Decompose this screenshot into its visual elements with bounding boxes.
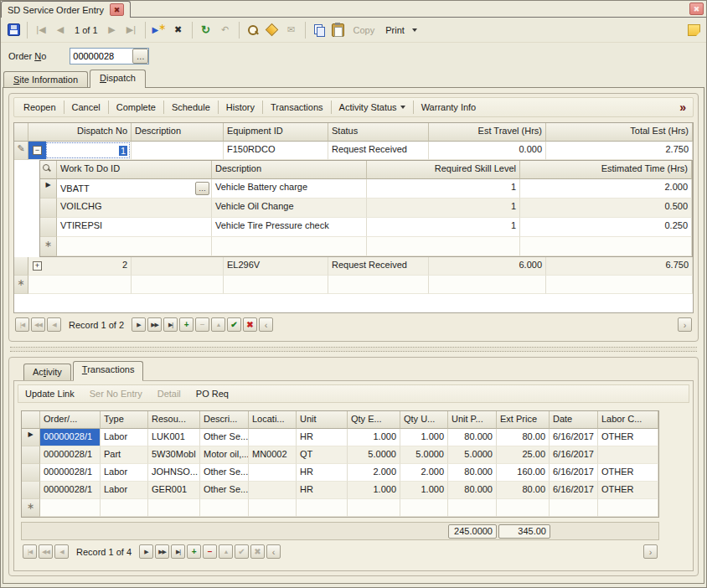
work-to-do-id-cell[interactable]: VTIREPSI bbox=[57, 218, 212, 237]
date-cell[interactable]: 6/16/2017 bbox=[550, 446, 598, 464]
empty-cell[interactable] bbox=[550, 499, 598, 517]
nav-move-up-button[interactable]: ▲ bbox=[219, 544, 233, 559]
qty-e-cell[interactable]: 2.000 bbox=[348, 464, 400, 482]
skill-cell[interactable]: 1 bbox=[367, 179, 520, 199]
qty-u-cell[interactable]: 5.0000 bbox=[400, 446, 448, 464]
nav-last-button[interactable]: ▶| bbox=[163, 317, 178, 332]
last-record-button[interactable]: ▶| bbox=[123, 22, 140, 39]
tab-site-information[interactable]: Site Information bbox=[3, 71, 88, 87]
location-cell[interactable] bbox=[249, 464, 297, 482]
nav-fast-next-button[interactable]: ▶▶ bbox=[155, 544, 169, 559]
tab-dispatch[interactable]: Dispatch bbox=[90, 70, 146, 87]
tab-activity[interactable]: Activity bbox=[23, 364, 71, 380]
notes-button[interactable] bbox=[685, 22, 702, 39]
copy-button[interactable] bbox=[311, 22, 328, 39]
collapse-icon[interactable]: − bbox=[33, 146, 42, 155]
more-actions-button[interactable]: » bbox=[679, 101, 686, 114]
order-cell[interactable]: 00000028/1 bbox=[40, 446, 101, 464]
previous-record-button[interactable]: ◀ bbox=[52, 22, 69, 39]
nav-last-button[interactable]: ▶| bbox=[171, 544, 185, 559]
document-close-icon[interactable]: ✖ bbox=[110, 3, 124, 16]
scroll-right-button[interactable]: › bbox=[643, 544, 658, 559]
col-qty-u[interactable]: Qty U... bbox=[400, 411, 448, 429]
skill-cell[interactable]: 1 bbox=[367, 199, 520, 218]
equipment-id-cell[interactable]: EL296V bbox=[224, 257, 328, 276]
nav-next-button[interactable]: ▶ bbox=[139, 544, 153, 559]
col-labor-code[interactable]: Labor C... bbox=[598, 411, 658, 429]
resource-cell[interactable]: LUK001 bbox=[148, 429, 200, 446]
qty-e-cell[interactable]: 1.000 bbox=[348, 429, 400, 446]
nav-next-button[interactable]: ▶ bbox=[132, 317, 146, 332]
new-row-icon[interactable]: ∗ bbox=[14, 276, 28, 294]
first-record-button[interactable]: |◀ bbox=[33, 22, 49, 39]
col-work-to-do-id[interactable]: Work To Do ID bbox=[57, 161, 212, 179]
empty-cell[interactable] bbox=[348, 499, 400, 517]
labor-code-cell[interactable] bbox=[598, 446, 658, 464]
empty-cell[interactable] bbox=[148, 499, 200, 517]
est-travel-cell[interactable]: 0.000 bbox=[429, 142, 546, 160]
col-est-travel[interactable]: Est Travel (Hrs) bbox=[429, 123, 546, 142]
next-record-button[interactable]: ▶ bbox=[104, 22, 121, 39]
nav-fast-prev-button[interactable]: ◀◀ bbox=[39, 544, 53, 559]
empty-cell[interactable] bbox=[520, 237, 692, 256]
empty-cell[interactable] bbox=[224, 276, 328, 294]
nav-delete-button[interactable]: − bbox=[195, 317, 209, 332]
nav-insert-button[interactable]: + bbox=[187, 544, 201, 559]
paste-button[interactable] bbox=[330, 22, 347, 39]
ext-price-cell[interactable]: 80.00 bbox=[497, 482, 550, 499]
qty-u-cell[interactable]: 1.000 bbox=[400, 482, 448, 499]
nav-cancel-button[interactable]: ✖ bbox=[250, 544, 265, 559]
empty-cell[interactable] bbox=[57, 237, 212, 256]
preview-button[interactable] bbox=[245, 22, 261, 39]
transactions-button[interactable]: Transactions bbox=[263, 100, 331, 115]
search-header-cell[interactable] bbox=[40, 161, 57, 179]
col-total-est[interactable]: Total Est (Hrs) bbox=[546, 123, 693, 142]
col-order[interactable]: Order/... bbox=[40, 411, 101, 429]
description-cell[interactable] bbox=[132, 257, 224, 276]
new-record-button[interactable] bbox=[151, 22, 168, 39]
ser-no-entry-button[interactable]: Ser No Entry bbox=[90, 389, 142, 399]
location-cell[interactable]: MN0002 bbox=[249, 446, 297, 464]
complete-button[interactable]: Complete bbox=[109, 100, 163, 115]
expand-icon[interactable]: + bbox=[33, 261, 42, 271]
work-to-do-finder-button[interactable]: … bbox=[195, 182, 209, 195]
ext-price-cell[interactable]: 25.00 bbox=[497, 446, 550, 464]
col-date[interactable]: Date bbox=[550, 411, 598, 429]
unit-cell[interactable]: HR bbox=[297, 482, 348, 499]
type-cell[interactable]: Part bbox=[101, 446, 148, 464]
col-unit-price[interactable]: Unit P... bbox=[448, 411, 497, 429]
qty-u-cell[interactable]: 2.000 bbox=[400, 464, 448, 482]
nav-prev-button[interactable]: ◀ bbox=[47, 317, 61, 332]
unit-price-cell[interactable]: 5.0000 bbox=[448, 446, 497, 464]
order-cell[interactable]: 00000028/1 bbox=[40, 429, 101, 446]
row-selector[interactable] bbox=[22, 464, 40, 482]
unit-cell[interactable]: HR bbox=[297, 464, 348, 482]
order-no-finder-button[interactable]: … bbox=[132, 49, 148, 64]
col-description[interactable]: Description bbox=[132, 123, 224, 142]
labor-code-cell[interactable]: OTHER bbox=[598, 464, 658, 482]
location-cell[interactable] bbox=[249, 482, 297, 499]
order-cell[interactable]: 00000028/1 bbox=[40, 464, 101, 482]
col-dispatch-no[interactable]: Dispatch No bbox=[28, 123, 132, 142]
empty-cell[interactable] bbox=[367, 237, 520, 256]
row-selector[interactable] bbox=[14, 257, 28, 276]
empty-cell[interactable] bbox=[297, 499, 348, 517]
date-cell[interactable]: 6/16/2017 bbox=[550, 429, 598, 446]
empty-cell[interactable] bbox=[598, 499, 658, 517]
tab-transactions[interactable]: Transactions bbox=[73, 361, 144, 380]
col-location[interactable]: Locati... bbox=[249, 411, 297, 429]
current-row-icon[interactable]: ▶ bbox=[22, 429, 40, 446]
labor-code-cell[interactable]: OTHER bbox=[598, 482, 658, 499]
nav-accept-button[interactable]: ✔ bbox=[227, 317, 241, 332]
nav-fast-next-button[interactable]: ▶▶ bbox=[147, 317, 162, 332]
unit-cell[interactable]: HR bbox=[297, 429, 348, 446]
col-estimated-time[interactable]: Estimated Time (Hrs) bbox=[520, 161, 692, 179]
warranty-info-button[interactable]: Warranty Info bbox=[414, 100, 484, 115]
nav-fast-prev-button[interactable]: ◀◀ bbox=[31, 317, 45, 332]
row-selector[interactable] bbox=[40, 199, 57, 218]
col-ext-price[interactable]: Ext Price bbox=[497, 411, 550, 429]
undo-button[interactable]: ↶ bbox=[217, 22, 234, 39]
tx-description-cell[interactable]: Other Se... bbox=[200, 464, 249, 482]
copy-label-button[interactable]: Copy bbox=[354, 25, 375, 35]
schedule-button[interactable]: Schedule bbox=[164, 100, 218, 115]
